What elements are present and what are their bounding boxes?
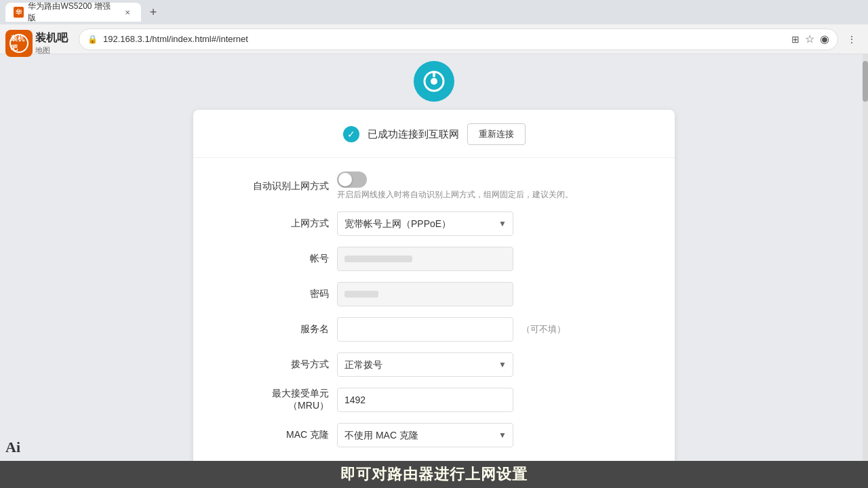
subtitle-bar: 即可对路由器进行上网设置 <box>0 461 868 488</box>
brand-name-text: 装机吧 <box>35 31 68 45</box>
router-svg <box>422 69 446 94</box>
more-menu-button[interactable]: ⋮ <box>841 28 863 50</box>
browser-titlebar: 华 华为路由WS5200 增强版 ✕ + <box>0 0 868 24</box>
browser-toolbar: ← → ↻ 🔒 192.168.3.1/html/index.html#/int… <box>0 24 868 54</box>
mac-clone-label: MAC 克隆 <box>234 429 329 441</box>
mac-clone-select[interactable]: 不使用 MAC 克隆 <box>337 423 513 447</box>
internet-type-control: 宽带帐号上网（PPPoE） ▼ <box>337 211 634 236</box>
mac-clone-select-wrapper: 不使用 MAC 克隆 ▼ <box>337 423 513 447</box>
page-scrollbar[interactable] <box>863 54 868 461</box>
mru-control <box>337 388 634 412</box>
status-text: 已成功连接到互联网 <box>368 128 459 141</box>
service-name-hint: （可不填） <box>521 323 566 336</box>
password-blur-bar <box>344 291 378 298</box>
username-field-blurred[interactable] <box>337 247 513 271</box>
dial-mode-control: 正常拨号 ▼ <box>337 352 634 377</box>
auto-detect-control: 开启后网线接入时将自动识别上网方式，组网固定后，建议关闭。 <box>337 171 634 201</box>
mru-input[interactable] <box>337 388 513 412</box>
password-control <box>337 282 634 306</box>
address-bar[interactable]: 🔒 192.168.3.1/html/index.html#/internet … <box>79 28 838 50</box>
router-icon <box>414 61 454 102</box>
mac-clone-row: MAC 克隆 不使用 MAC 克隆 ▼ <box>234 423 634 447</box>
dial-mode-row: 拨号方式 正常拨号 ▼ <box>234 352 634 377</box>
auto-detect-label: 自动识别上网方式 <box>234 180 329 192</box>
new-tab-button[interactable]: + <box>144 3 163 22</box>
brand-text: 装机吧 <box>11 34 27 53</box>
brand-logo-area: 装机吧 装机吧 地图 <box>5 30 68 57</box>
auto-detect-toggle[interactable] <box>337 171 367 188</box>
brand-ring: 装机吧 <box>9 34 28 53</box>
bookmark-icon: ☆ <box>805 33 814 45</box>
toolbar-right: ⋮ <box>841 28 863 50</box>
username-blur-bar <box>344 256 412 262</box>
service-name-control: （可不填） <box>337 317 634 342</box>
address-text: 192.168.3.1/html/index.html#/internet <box>103 34 786 44</box>
svg-rect-2 <box>433 72 435 77</box>
auto-detect-hint: 开启后网线接入时将自动识别上网方式，组网固定后，建议关闭。 <box>337 189 634 201</box>
profile-icon: ◉ <box>820 33 829 45</box>
page-content: ✓ 已成功连接到互联网 重新连接 自动识别上网方式 开启后网线接入时将自动识别上… <box>0 54 868 461</box>
connection-status-row: ✓ 已成功连接到互联网 重新连接 <box>193 110 675 158</box>
internet-type-select[interactable]: 宽带帐号上网（PPPoE） <box>337 211 513 236</box>
internet-type-label: 上网方式 <box>234 218 329 230</box>
password-row: 密码 <box>234 282 634 306</box>
service-name-input[interactable] <box>337 317 513 342</box>
dial-mode-select[interactable]: 正常拨号 <box>337 352 513 377</box>
router-icon-area <box>0 54 868 102</box>
mru-label: 最大接受单元（MRU） <box>234 388 329 412</box>
brand-icon: 装机吧 <box>5 30 33 57</box>
tab-favicon: 华 <box>14 7 24 18</box>
username-control <box>337 247 634 271</box>
brand-sub-text: 地图 <box>35 45 68 56</box>
service-name-label: 服务名 <box>234 323 329 336</box>
internet-type-row: 上网方式 宽带帐号上网（PPPoE） ▼ <box>234 211 634 236</box>
ai-watermark-text: Ai <box>5 439 20 456</box>
auto-detect-row: 自动识别上网方式 开启后网线接入时将自动识别上网方式，组网固定后，建议关闭。 <box>234 171 634 201</box>
reconnect-button[interactable]: 重新连接 <box>467 123 526 145</box>
username-label: 帐号 <box>234 253 329 265</box>
mru-row: 最大接受单元（MRU） <box>234 388 634 412</box>
scrollbar-thumb[interactable] <box>863 61 868 102</box>
password-label: 密码 <box>234 288 329 300</box>
main-card: ✓ 已成功连接到互联网 重新连接 自动识别上网方式 开启后网线接入时将自动识别上… <box>193 110 675 461</box>
internet-type-select-wrapper: 宽带帐号上网（PPPoE） ▼ <box>337 211 513 236</box>
form-area: 自动识别上网方式 开启后网线接入时将自动识别上网方式，组网固定后，建议关闭。 上… <box>193 158 675 447</box>
service-name-row: 服务名 （可不填） <box>234 317 634 342</box>
brand-name-area: 装机吧 地图 <box>35 31 68 56</box>
dial-mode-select-wrapper: 正常拨号 ▼ <box>337 352 513 377</box>
username-row: 帐号 <box>234 247 634 271</box>
subtitle-text: 即可对路由器进行上网设置 <box>340 464 528 485</box>
check-icon: ✓ <box>343 126 359 142</box>
toggle-thumb <box>338 173 352 186</box>
translate-icon: ⊞ <box>791 34 800 45</box>
password-field-blurred[interactable] <box>337 282 513 306</box>
mac-clone-control: 不使用 MAC 克隆 ▼ <box>337 423 634 447</box>
tab-title: 华为路由WS5200 增强版 <box>28 1 115 24</box>
tab-close-button[interactable]: ✕ <box>123 7 133 18</box>
dial-mode-label: 拨号方式 <box>234 359 329 371</box>
svg-point-1 <box>431 78 437 85</box>
browser-tab[interactable]: 华 华为路由WS5200 增强版 ✕ <box>5 3 141 22</box>
ai-watermark-area: Ai <box>0 435 81 460</box>
